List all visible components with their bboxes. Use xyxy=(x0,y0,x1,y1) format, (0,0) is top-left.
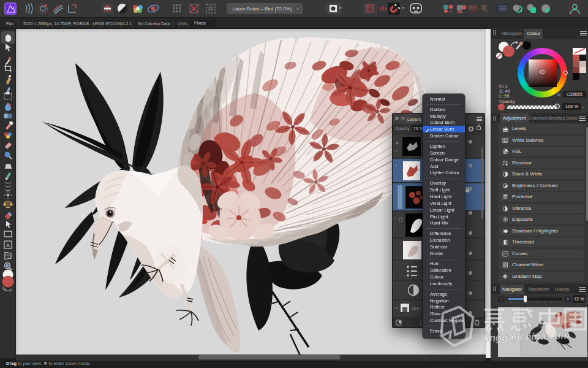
svg-text:A: A xyxy=(6,242,10,248)
svg-text:Laura Rubin – Bird (72.0%): Laura Rubin – Bird (72.0%) xyxy=(233,6,292,12)
